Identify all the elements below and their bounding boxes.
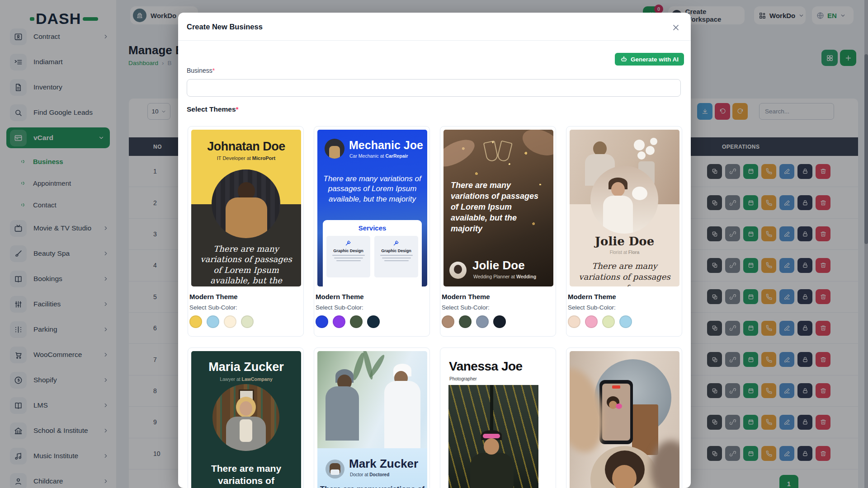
color-swatch[interactable] (568, 315, 580, 328)
theme-card-modern-lawyer[interactable]: Maria Zucker Lawyer at LawCompany There … (188, 347, 304, 488)
profile-photo (325, 139, 344, 159)
color-swatch[interactable] (459, 315, 472, 328)
color-swatch[interactable] (367, 315, 380, 328)
theme-card-modern-wedding[interactable]: There are many variations of passages of… (440, 126, 556, 337)
theme-preview: There are many variations of passages of… (443, 130, 553, 286)
color-swatch[interactable] (333, 315, 345, 328)
create-business-modal: Create New Business Generate with AI Bus… (178, 13, 691, 488)
select-themes-label: Select Themes* (187, 105, 239, 113)
business-field-label: Business* (187, 67, 215, 74)
modal-title: Create New Business (187, 23, 263, 31)
color-swatch[interactable] (476, 315, 489, 328)
subcolor-swatches (189, 315, 254, 328)
color-swatch[interactable] (493, 315, 506, 328)
modal-header: Create New Business (178, 13, 691, 41)
theme-preview: Johnatan Doe IT Developer at MicroPort T… (191, 130, 301, 286)
theme-card-modern-blue[interactable]: Mechanic Joe Car Mechanic at CarRepair T… (314, 126, 430, 337)
close-icon[interactable] (670, 22, 682, 33)
color-swatch[interactable] (241, 315, 254, 328)
theme-preview: Jolie Doe Florist at Flora There are man… (570, 130, 679, 286)
subcolor-swatches (442, 315, 506, 328)
generate-with-ai-button[interactable]: Generate with AI (615, 53, 684, 66)
subcolor-swatches (316, 315, 380, 328)
profile-photo (449, 262, 467, 279)
service-box: Graphic Design (374, 236, 418, 277)
theme-preview: Maria Zucker Lawyer at LawCompany There … (191, 351, 301, 488)
color-swatch[interactable] (189, 315, 202, 328)
service-box: Graphic Design (326, 236, 370, 277)
theme-card-modern-florist[interactable]: Jolie Doe Florist at Flora There are man… (566, 126, 682, 337)
portrait-photo (448, 385, 538, 488)
color-swatch[interactable] (207, 315, 219, 328)
robot-icon (620, 56, 627, 63)
profile-photo (590, 166, 658, 234)
subcolor-swatches (568, 315, 632, 328)
app-root: DASH Contract Indiamart Inventory Find G… (0, 0, 868, 488)
profile-photo (212, 169, 280, 238)
theme-preview: Mark Zucker Doctor at Doctored There are… (317, 351, 427, 488)
color-swatch[interactable] (442, 315, 454, 328)
color-swatch[interactable] (585, 315, 598, 328)
color-swatch[interactable] (316, 315, 328, 328)
color-swatch[interactable] (350, 315, 363, 328)
profile-photo (212, 384, 279, 451)
theme-card-modern-yellow[interactable]: Johnatan Doe IT Developer at MicroPort T… (188, 126, 304, 337)
profile-photo (326, 460, 344, 479)
color-swatch[interactable] (619, 315, 632, 328)
theme-card-modern-photographer[interactable]: Vanessa Joe Photographer (440, 347, 556, 488)
theme-card-modern-influencer[interactable] (566, 347, 682, 488)
theme-preview: Mechanic Joe Car Mechanic at CarRepair T… (317, 130, 427, 286)
theme-card-modern-doctor[interactable]: Mark Zucker Doctor at Doctored There are… (314, 347, 430, 488)
business-name-input[interactable] (187, 79, 681, 97)
theme-preview: Vanessa Joe Photographer (443, 351, 553, 488)
color-swatch[interactable] (224, 315, 236, 328)
color-swatch[interactable] (602, 315, 615, 328)
theme-preview (570, 351, 679, 488)
